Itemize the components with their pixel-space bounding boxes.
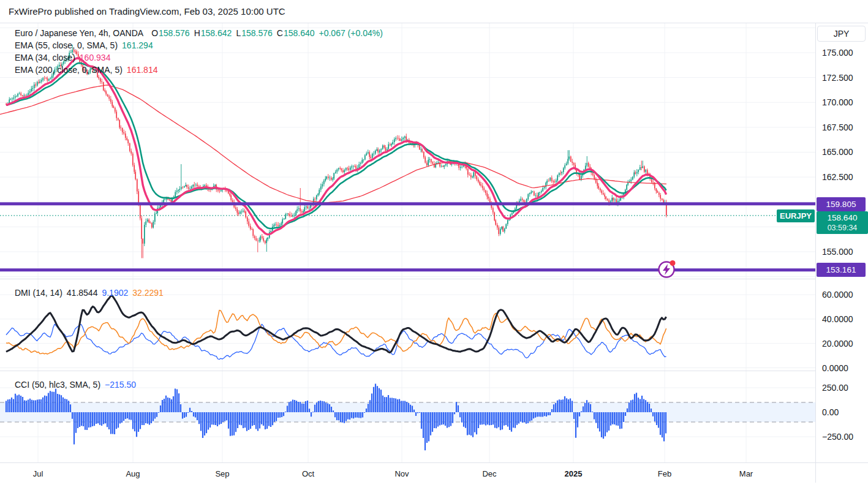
ema55-value: 161.294 xyxy=(122,40,153,50)
time-axis-label: Oct xyxy=(287,469,330,478)
low-value: 158.576 xyxy=(241,28,273,38)
time-axis-label: Sep xyxy=(201,469,244,478)
currency-unit-button[interactable]: JPY xyxy=(817,26,866,42)
ema34-value: 160.934 xyxy=(80,53,111,62)
change-value: +0.067 (+0.04%) xyxy=(319,28,383,38)
close-value: 158.640 xyxy=(284,28,315,38)
dmi-minus-di-value: 32.2291 xyxy=(132,288,164,298)
symbol-legend-row[interactable]: Euro / Japanese Yen, 4h, OANDA O158.576 … xyxy=(15,27,383,39)
cci-tick-label: 0.00 xyxy=(822,407,839,418)
price-tick-label: 155.000 xyxy=(822,246,853,257)
dmi-label: DMI (14, 14) xyxy=(15,288,62,298)
cci-value: −215.50 xyxy=(105,380,136,390)
tradingview-chart-window: FxWirePro published on TradingView.com, … xyxy=(0,0,868,490)
current-price-badge: 158.640 03:59:34 xyxy=(817,211,868,234)
price-tick-label: 167.500 xyxy=(822,122,853,133)
current-price-value: 158.640 xyxy=(828,213,858,223)
ema55-legend-row[interactable]: EMA (55, close, 0, SMA, 5) 161.294 xyxy=(15,39,383,51)
time-axis-label: Dec xyxy=(468,469,511,478)
ema34-line xyxy=(6,58,666,235)
open-label: O xyxy=(151,28,158,38)
dmi-tick-label: 60.0000 xyxy=(822,289,853,300)
cci-tick-label: −250.00 xyxy=(822,431,853,442)
high-label: H xyxy=(194,28,200,38)
bar-countdown: 03:59:34 xyxy=(828,223,858,233)
price-tick-label: 175.000 xyxy=(822,47,853,58)
time-axis-label: Jul xyxy=(17,469,59,478)
dmi-plus-di-value: 9.1902 xyxy=(102,288,128,298)
close-label: C xyxy=(277,28,283,38)
time-axis-label: Aug xyxy=(111,469,154,478)
time-axis-label: Mar xyxy=(725,469,768,478)
cci-tick-label: 250.00 xyxy=(822,382,848,393)
publish-header: FxWirePro published on TradingView.com, … xyxy=(9,6,285,17)
price-tick-label: 170.000 xyxy=(822,97,853,108)
time-axis-label: Feb xyxy=(643,469,686,478)
cci-legend-row[interactable]: CCI (50, hlc3, SMA, 5) −215.50 xyxy=(15,379,136,391)
lower-level-badge: 153.161 xyxy=(817,263,866,277)
high-value: 158.642 xyxy=(201,28,232,38)
time-axis-label: 2025 xyxy=(552,469,595,478)
ema200-value: 161.814 xyxy=(127,65,158,75)
dmi-tick-label: 0.0000 xyxy=(822,363,848,374)
dmi-adx-value: 41.8544 xyxy=(67,288,98,298)
dmi-legend-row[interactable]: DMI (14, 14) 41.8544 9.1902 32.2291 xyxy=(15,287,164,299)
dmi-adx-line xyxy=(6,296,666,353)
price-tick-label: 165.000 xyxy=(822,146,853,157)
symbol-name: Euro / Japanese Yen, 4h, OANDA xyxy=(15,28,143,38)
low-label: L xyxy=(236,28,241,38)
cci-label: CCI (50, hlc3, SMA, 5) xyxy=(15,380,100,390)
ema200-label: EMA (200, close, 0, SMA, 5) xyxy=(15,65,123,75)
time-axis-label: Nov xyxy=(380,469,423,478)
ema34-label: EMA (34, close) xyxy=(15,53,75,62)
dmi-tick-label: 20.0000 xyxy=(822,338,853,349)
ema34-legend-row[interactable]: EMA (34, close) 160.934 xyxy=(15,51,383,64)
upper-level-badge: 159.805 xyxy=(817,197,866,211)
ema55-label: EMA (55, close, 0, SMA, 5) xyxy=(15,40,118,50)
legend-block: Euro / Japanese Yen, 4h, OANDA O158.576 … xyxy=(15,27,383,76)
open-value: 158.576 xyxy=(159,28,190,38)
ema200-legend-row[interactable]: EMA (200, close, 0, SMA, 5) 161.814 xyxy=(15,64,383,76)
price-tick-label: 172.500 xyxy=(822,72,853,83)
symbol-price-label: EURJPY xyxy=(777,209,815,222)
price-tick-label: 162.500 xyxy=(822,172,853,183)
flash-icon[interactable] xyxy=(659,260,676,277)
dmi-tick-label: 40.0000 xyxy=(822,314,853,325)
